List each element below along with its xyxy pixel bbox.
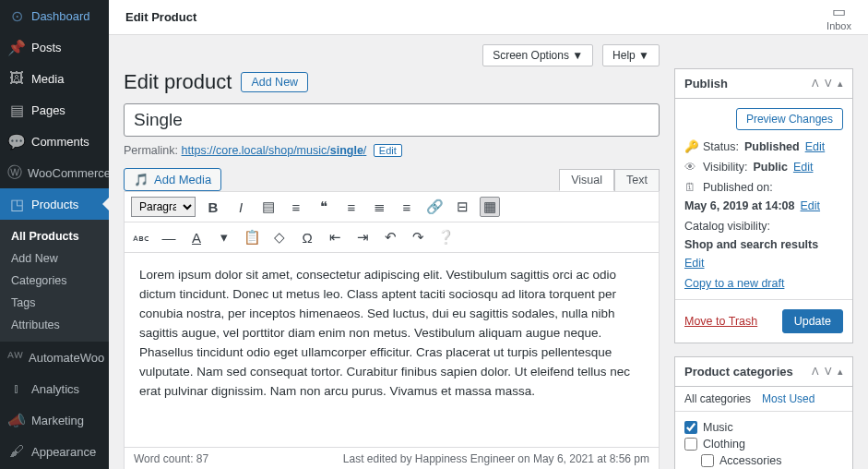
- page-title: Edit product: [124, 70, 232, 94]
- analytics-icon: ⫾: [7, 379, 26, 398]
- help-button[interactable]: Help ▼: [602, 44, 660, 66]
- screen-options-button[interactable]: Screen Options ▼: [482, 44, 593, 66]
- text-tab[interactable]: Text: [614, 169, 660, 191]
- link-button[interactable]: 🔗: [424, 197, 445, 217]
- woocommerce-icon: ⓦ: [7, 163, 22, 182]
- nav-appearance[interactable]: 🖌Appearance: [0, 436, 109, 467]
- media-icon: 🖼: [7, 69, 26, 88]
- cat-tab-most-used[interactable]: Most Used: [762, 392, 814, 405]
- nav-products[interactable]: ◳Products: [0, 188, 109, 220]
- subnav-add-new[interactable]: Add New: [0, 247, 109, 270]
- nav-dashboard[interactable]: ⊙Dashboard: [0, 0, 109, 31]
- special-char-button[interactable]: Ω: [297, 227, 317, 247]
- side-panels: Publish ᐱᐯ▴ Preview Changes 🔑Status: Pub…: [674, 35, 868, 469]
- editor-body[interactable]: Lorem ipsum dolor sit amet, consectetur …: [125, 253, 659, 447]
- nav-media[interactable]: 🖼Media: [0, 63, 109, 94]
- subnav-tags[interactable]: Tags: [0, 292, 109, 314]
- subnav-all-products[interactable]: All Products: [0, 225, 109, 247]
- permalink-edit-button[interactable]: Edit: [374, 144, 402, 157]
- automatewoo-icon: ᴬᵂ: [7, 348, 23, 367]
- status-edit-link[interactable]: Edit: [805, 140, 826, 153]
- nav-woocommerce[interactable]: ⓦWooCommerce: [0, 157, 109, 188]
- hr-button[interactable]: —: [159, 227, 179, 247]
- move-to-trash-link[interactable]: Move to Trash: [684, 315, 757, 328]
- align-right-button[interactable]: ≡: [397, 197, 417, 217]
- cat-accessories[interactable]: Accessories: [684, 452, 843, 469]
- permalink-row: Permalink: https://core.local/shop/music…: [124, 144, 660, 157]
- panel-up-icon[interactable]: ᐱ: [812, 78, 819, 90]
- content-column: Screen Options ▼ Help ▼ Edit product Add…: [109, 35, 674, 469]
- cat-tab-all[interactable]: All categories: [684, 392, 751, 405]
- nav-pages[interactable]: ▤Pages: [0, 94, 109, 126]
- subnav-categories[interactable]: Categories: [0, 270, 109, 292]
- eye-icon: 👁: [684, 161, 697, 174]
- date-edit-link[interactable]: Edit: [801, 199, 821, 212]
- appearance-icon: 🖌: [7, 442, 26, 461]
- posts-icon: 📌: [7, 38, 26, 56]
- categories-panel-title: Product categories: [684, 365, 793, 379]
- permalink-link[interactable]: https://core.local/shop/music/single/: [182, 144, 367, 157]
- cat-clothing[interactable]: Clothing: [684, 436, 843, 452]
- undo-button[interactable]: ↶: [380, 227, 400, 247]
- ol-button[interactable]: ≡: [286, 197, 306, 217]
- nav-analytics[interactable]: ⫾Analytics: [0, 373, 109, 404]
- last-edited: Last edited by Happiness Engineer on May…: [343, 452, 649, 465]
- admin-sidebar: ⊙Dashboard 📌Posts 🖼Media ▤Pages 💬Comment…: [0, 0, 109, 469]
- preview-changes-button[interactable]: Preview Changes: [736, 108, 843, 130]
- pages-icon: ▤: [7, 101, 26, 119]
- indent-button[interactable]: ⇥: [352, 227, 373, 247]
- marketing-icon: 📣: [7, 411, 26, 429]
- nav-automatewoo[interactable]: ᴬᵂAutomateWoo: [0, 342, 109, 373]
- format-select[interactable]: Paragraph: [131, 197, 196, 217]
- main-area: Edit Product ▭ Inbox Screen Options ▼ He…: [109, 0, 868, 469]
- visual-tab[interactable]: Visual: [559, 169, 614, 191]
- product-title-input[interactable]: [124, 103, 660, 137]
- editor: Paragraph B I ▤ ≡ ❝ ≡ ≣ ≡ 🔗 ⊟ ▦ ᴀ: [124, 191, 660, 469]
- quote-button[interactable]: ❝: [314, 197, 334, 217]
- align-center-button[interactable]: ≣: [369, 197, 389, 217]
- panel-down-icon[interactable]: ᐯ: [825, 78, 832, 90]
- strike-button[interactable]: ᴀʙᴄ: [131, 227, 151, 247]
- nav-posts[interactable]: 📌Posts: [0, 31, 109, 63]
- word-count: Word count: 87: [134, 452, 208, 465]
- key-icon: 🔑: [684, 139, 697, 153]
- nav-comments[interactable]: 💬Comments: [0, 126, 109, 157]
- inbox-icon: ▭: [826, 3, 851, 20]
- bold-button[interactable]: B: [203, 197, 223, 217]
- text-color-arrow[interactable]: ▾: [214, 227, 234, 247]
- topbar: Edit Product ▭ Inbox: [109, 0, 868, 35]
- copy-draft-link[interactable]: Copy to a new draft: [684, 277, 784, 290]
- comments-icon: 💬: [7, 132, 26, 150]
- cat-toggle-icon[interactable]: ▴: [838, 366, 843, 378]
- outdent-button[interactable]: ⇤: [325, 227, 345, 247]
- ul-button[interactable]: ▤: [258, 197, 279, 217]
- align-left-button[interactable]: ≡: [341, 197, 362, 217]
- cat-up-icon[interactable]: ᐱ: [812, 366, 819, 378]
- cat-music[interactable]: Music: [684, 419, 843, 436]
- text-color-button[interactable]: A: [186, 227, 207, 247]
- products-icon: ◳: [7, 195, 26, 213]
- paste-text-button[interactable]: 📋: [242, 227, 262, 247]
- subnav-attributes[interactable]: Attributes: [0, 314, 109, 336]
- update-button[interactable]: Update: [782, 309, 843, 333]
- products-subnav: All Products Add New Categories Tags Att…: [0, 220, 109, 342]
- nav-marketing[interactable]: 📣Marketing: [0, 404, 109, 436]
- calendar-icon: 🗓: [684, 181, 697, 194]
- add-media-button[interactable]: 🎵 Add Media: [124, 168, 221, 191]
- clear-format-button[interactable]: ◇: [269, 227, 290, 247]
- catalog-edit-link[interactable]: Edit: [684, 257, 705, 270]
- topbar-title: Edit Product: [125, 10, 196, 24]
- dashboard-icon: ⊙: [7, 6, 26, 25]
- editor-toolbar-2: ᴀʙᴄ — A ▾ 📋 ◇ Ω ⇤ ⇥ ↶ ↷ ❔: [125, 222, 659, 253]
- toggle-toolbar-button[interactable]: ▦: [480, 197, 500, 217]
- italic-button[interactable]: I: [231, 197, 251, 217]
- panel-toggle-icon[interactable]: ▴: [838, 78, 843, 90]
- more-button[interactable]: ⊟: [452, 197, 472, 217]
- category-list: Music Clothing Accessories Tshirts long-…: [675, 412, 852, 469]
- help-icon-button[interactable]: ❔: [435, 227, 456, 247]
- cat-down-icon[interactable]: ᐯ: [825, 366, 832, 378]
- visibility-edit-link[interactable]: Edit: [793, 161, 814, 174]
- inbox-button[interactable]: ▭ Inbox: [826, 3, 851, 31]
- redo-button[interactable]: ↷: [408, 227, 428, 247]
- add-new-button[interactable]: Add New: [241, 72, 308, 92]
